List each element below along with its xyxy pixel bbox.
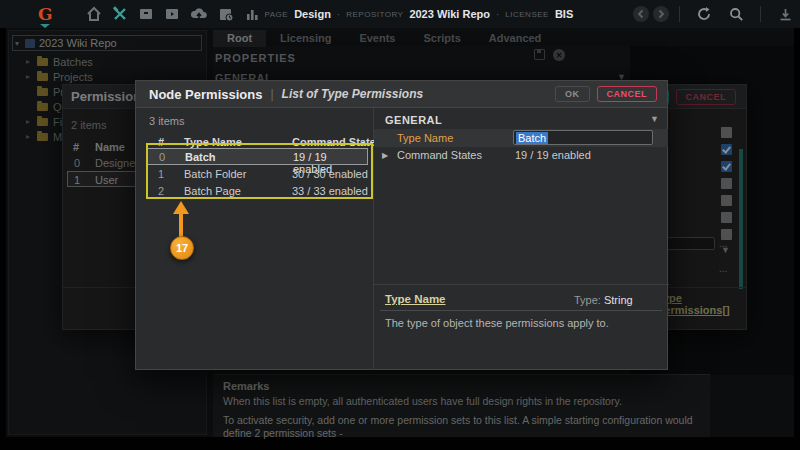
tasks-clock-icon[interactable] <box>218 5 234 23</box>
type-value: String <box>604 294 633 306</box>
page-label: PAGE <box>265 10 289 19</box>
items-count: 3 items <box>149 115 184 127</box>
selected-text: Batch <box>516 132 548 144</box>
batch-play-icon[interactable] <box>164 5 180 23</box>
licensee-label: LICENSEE <box>505 10 549 19</box>
command-states-value: 19 / 19 enabled <box>515 149 591 161</box>
cloud-upload-icon[interactable] <box>190 5 208 23</box>
type-name-input[interactable]: Batch <box>513 130 653 145</box>
chevron-down-icon[interactable]: ▼ <box>650 114 659 124</box>
divider <box>760 6 761 22</box>
dot-separator: · <box>337 9 340 20</box>
general-section-header: GENERAL <box>385 114 442 126</box>
search-icon[interactable] <box>727 5 745 23</box>
ok-button[interactable]: OK <box>555 86 590 102</box>
download-icon[interactable] <box>776 5 794 23</box>
app-window: G PAGE Design · REPOSITORY 2023 Wiki Rep <box>0 0 800 450</box>
refresh-icon[interactable] <box>695 5 713 23</box>
modal-header: Node Permissions | List of Type Permissi… <box>136 81 667 108</box>
forward-icon[interactable] <box>653 6 669 22</box>
help-property-title: Type Name <box>385 293 446 305</box>
licensee-value: BIS <box>555 8 573 20</box>
repository-value: 2023 Wiki Repo <box>409 8 490 20</box>
archive-box-icon[interactable] <box>138 5 154 23</box>
divider <box>374 284 669 285</box>
cancel-button[interactable]: CANCEL <box>597 86 658 102</box>
modal-title: Node Permissions <box>149 87 262 102</box>
divider <box>380 310 662 311</box>
top-bar: G PAGE Design · REPOSITORY 2023 Wiki Rep <box>0 0 800 28</box>
help-type-info: Type: String <box>574 294 633 306</box>
bar-chart-icon[interactable] <box>244 5 260 23</box>
help-description: The type of object these permissions app… <box>385 317 655 329</box>
home-icon[interactable] <box>86 5 102 23</box>
divider: | <box>270 87 273 101</box>
back-icon[interactable] <box>633 6 649 22</box>
design-tools-icon[interactable] <box>112 5 128 23</box>
page-value: Design <box>294 8 331 20</box>
top-bar-actions: ? <box>633 5 800 23</box>
divider <box>679 6 680 22</box>
breadcrumb: PAGE Design · REPOSITORY 2023 Wiki Repo … <box>265 8 574 20</box>
expander-icon[interactable]: ▶ <box>382 151 388 160</box>
annotation-highlight-rect <box>146 143 373 199</box>
repository-label: REPOSITORY <box>346 10 403 19</box>
annotation-step-badge: 17 <box>170 236 194 260</box>
type-name-label: Type Name <box>397 132 453 144</box>
dot-separator: · <box>496 9 499 20</box>
command-states-label[interactable]: Command States <box>397 149 482 161</box>
app-logo: G <box>38 6 53 23</box>
node-permissions-modal: Node Permissions | List of Type Permissi… <box>135 80 668 370</box>
modal-subtitle: List of Type Permissions <box>282 87 424 101</box>
type-label: Type: <box>574 294 604 306</box>
